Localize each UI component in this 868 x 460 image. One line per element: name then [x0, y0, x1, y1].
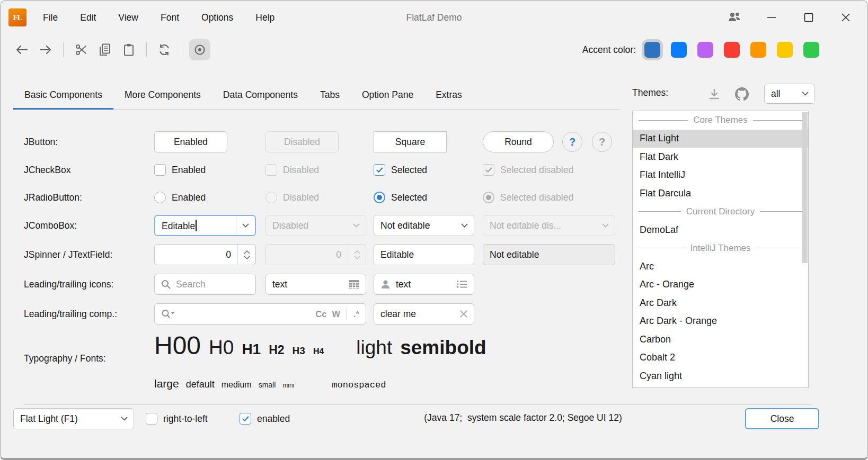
themes-filter-combo[interactable]: all: [764, 84, 815, 104]
checkbox-enabled[interactable]: [154, 164, 166, 176]
search-placeholder[interactable]: Search: [176, 279, 205, 290]
accent-swatch-red[interactable]: [724, 42, 740, 58]
show-toggle-button[interactable]: [189, 39, 210, 60]
clearable-field[interactable]: clear me: [374, 303, 474, 324]
combobox-editable[interactable]: Editable: [154, 215, 256, 236]
clearable-field-value[interactable]: clear me: [380, 309, 455, 320]
jbutton-square-button[interactable]: Square: [374, 131, 447, 152]
regex-button[interactable]: .*: [353, 309, 359, 319]
theme-item-cobalt-2[interactable]: Cobalt 2: [633, 349, 808, 367]
download-themes-button[interactable]: [705, 85, 723, 103]
textfield-editable[interactable]: Editable: [374, 244, 474, 265]
radio-enabled[interactable]: [154, 192, 166, 203]
laf-combo[interactable]: Flat Light (F1): [13, 408, 134, 429]
accent-swatch-blue-selected[interactable]: [644, 42, 660, 58]
theme-separator: Core Themes: [633, 111, 808, 130]
theme-item-flat-darcula[interactable]: Flat Darcula: [633, 184, 808, 203]
copy-button[interactable]: [94, 39, 116, 60]
theme-item-flat-dark[interactable]: Flat Dark: [633, 148, 808, 166]
whole-word-button[interactable]: W: [332, 309, 340, 319]
theme-item-demolaf[interactable]: DemoLaf: [633, 221, 808, 239]
radio-selected[interactable]: [374, 192, 385, 203]
textfield-editable-value[interactable]: Editable: [380, 249, 414, 260]
rtl-checkbox-label[interactable]: right-to-left: [163, 413, 208, 425]
jcheckbox-row: JCheckBox Enabled Disabled Selected Sele…: [24, 159, 615, 181]
menu-edit[interactable]: Edit: [69, 7, 107, 28]
chevron-down-icon[interactable]: [236, 216, 255, 235]
tab-more-components[interactable]: More Components: [113, 81, 212, 109]
textfield-not-editable: Not editable: [483, 244, 615, 265]
radio-enabled-label[interactable]: Enabled: [172, 192, 206, 203]
back-button[interactable]: [11, 39, 32, 60]
tab-data-components[interactable]: Data Components: [212, 81, 309, 109]
menu-view[interactable]: View: [107, 7, 149, 28]
tab-basic-components[interactable]: Basic Components: [13, 81, 113, 109]
themes-scrollbar[interactable]: [802, 112, 808, 263]
cut-button[interactable]: [70, 39, 92, 60]
clear-icon[interactable]: [460, 310, 467, 318]
combobox-not-editable[interactable]: Not editable: [374, 215, 474, 236]
github-button[interactable]: [733, 85, 751, 103]
tab-tabs[interactable]: Tabs: [309, 81, 351, 109]
checkbox-enabled-label[interactable]: Enabled: [172, 165, 206, 176]
search-field[interactable]: Search: [154, 274, 256, 295]
help-button-blue[interactable]: ?: [562, 132, 582, 152]
users-button[interactable]: [716, 1, 753, 34]
radio-selected-label[interactable]: Selected: [391, 192, 427, 203]
menu-help[interactable]: Help: [244, 7, 286, 28]
laf-combo-value: Flat Light (F1): [14, 413, 114, 425]
text-field-table-value[interactable]: text: [272, 279, 343, 290]
close-window-button[interactable]: [827, 1, 864, 34]
theme-item-carbon[interactable]: Carbon: [633, 330, 808, 349]
tab-extras[interactable]: Extras: [424, 81, 473, 109]
search-with-options-field[interactable]: Cc W .*: [154, 303, 366, 324]
theme-item-arc[interactable]: Arc: [633, 257, 808, 276]
theme-item-arc-dark[interactable]: Arc Dark: [633, 294, 808, 312]
accent-swatch-bright-blue[interactable]: [671, 42, 687, 58]
help-button-gray[interactable]: ?: [592, 132, 612, 152]
text-field-user-list-value[interactable]: text: [396, 279, 451, 290]
spinner-value[interactable]: 0: [155, 249, 237, 260]
theme-item-cyan-light[interactable]: Cyan light: [633, 367, 808, 385]
accent-swatch-purple[interactable]: [697, 42, 713, 58]
rtl-checkbox[interactable]: [146, 413, 157, 425]
checkbox-selected-disabled: [483, 164, 494, 176]
checkbox-selected[interactable]: [374, 164, 385, 176]
enabled-checkbox-label[interactable]: enabled: [257, 413, 290, 425]
text-field-table[interactable]: text: [265, 274, 366, 295]
back-arrow-icon: [15, 45, 28, 55]
jbutton-round-button[interactable]: Round: [483, 131, 554, 152]
match-case-button[interactable]: Cc: [315, 309, 326, 319]
theme-item-flat-light[interactable]: Flat Light: [633, 130, 808, 148]
menu-font[interactable]: Font: [149, 7, 190, 28]
refresh-button[interactable]: [154, 39, 175, 60]
titlebar: FL File Edit View Font Options Help Flat…: [1, 1, 867, 34]
theme-item-arc-orange[interactable]: Arc - Orange: [633, 276, 808, 294]
chevron-down-icon[interactable]: [455, 215, 474, 236]
accent-swatch-green[interactable]: [803, 42, 819, 58]
close-button[interactable]: Close: [745, 408, 819, 429]
jbutton-enabled-button[interactable]: Enabled: [154, 131, 227, 152]
menu-options[interactable]: Options: [190, 7, 244, 28]
accent-swatch-yellow[interactable]: [777, 42, 793, 58]
maximize-button[interactable]: [790, 1, 827, 34]
spinner-buttons[interactable]: [237, 245, 255, 265]
tab-option-pane[interactable]: Option Pane: [351, 81, 424, 109]
search-dropdown-icon[interactable]: [161, 309, 175, 319]
app-logo: FL: [8, 8, 26, 26]
paste-button[interactable]: [118, 39, 139, 60]
forward-button[interactable]: [35, 39, 56, 60]
spinner-enabled[interactable]: 0: [154, 244, 256, 265]
theme-item-dark-flat[interactable]: Dark Flat: [633, 385, 808, 389]
maximize-icon: [804, 13, 813, 22]
menu-file[interactable]: File: [32, 7, 69, 28]
text-field-user-list[interactable]: text: [374, 274, 474, 295]
checkbox-selected-label[interactable]: Selected: [391, 165, 427, 176]
combobox-editable-value[interactable]: Editable: [162, 221, 195, 231]
accent-swatch-orange[interactable]: [750, 42, 766, 58]
enabled-checkbox[interactable]: [240, 413, 251, 425]
minimize-button[interactable]: [753, 1, 790, 34]
theme-item-flat-intellij[interactable]: Flat IntelliJ: [633, 166, 808, 185]
theme-item-arc-dark-orange[interactable]: Arc Dark - Orange: [633, 312, 808, 331]
paste-icon: [123, 43, 134, 56]
